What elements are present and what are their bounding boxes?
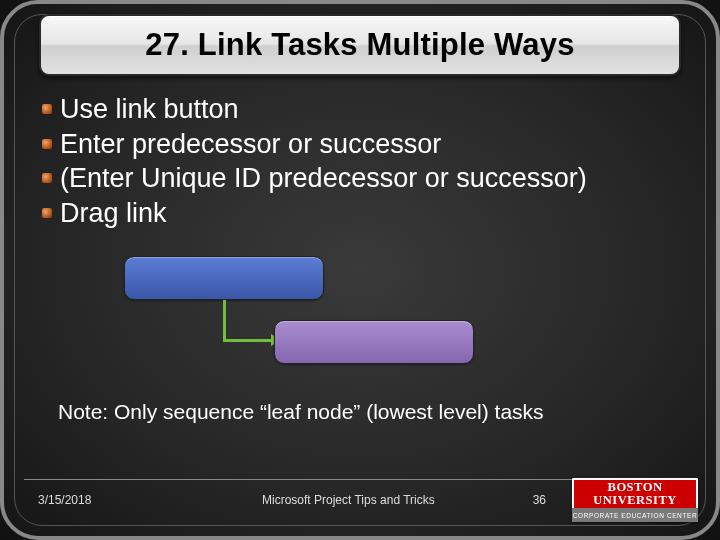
bullet-text: Enter predecessor or successor (60, 127, 441, 162)
dependency-link (223, 300, 274, 342)
link-diagram (124, 252, 544, 372)
list-item: Enter predecessor or successor (42, 127, 678, 162)
logo-tagline: CORPORATE EDUCATION CENTER (572, 508, 698, 522)
list-item: Use link button (42, 92, 678, 127)
bullet-icon (42, 173, 52, 183)
content-area: Use link button Enter predecessor or suc… (42, 92, 678, 230)
footer-topic: Microsoft Project Tips and Tricks (262, 493, 435, 507)
logo-line2: UNIVERSITY (593, 494, 677, 507)
task-bar-successor (274, 320, 474, 364)
bullet-text: (Enter Unique ID predecessor or successo… (60, 161, 587, 196)
note-text: Note: Only sequence “leaf node” (lowest … (58, 400, 544, 424)
boston-university-logo: BOSTON UNIVERSITY CORPORATE EDUCATION CE… (572, 478, 698, 522)
list-item: Drag link (42, 196, 678, 231)
bullet-icon (42, 208, 52, 218)
task-bar-predecessor (124, 256, 324, 300)
slide-title: 27. Link Tasks Multiple Ways (145, 27, 574, 63)
logo-org: BOSTON UNIVERSITY (572, 478, 698, 508)
bullet-icon (42, 139, 52, 149)
footer-date: 3/15/2018 (38, 493, 91, 507)
title-bar: 27. Link Tasks Multiple Ways (39, 14, 681, 76)
slide: 27. Link Tasks Multiple Ways Use link bu… (0, 0, 720, 540)
list-item: (Enter Unique ID predecessor or successo… (42, 161, 678, 196)
bullet-icon (42, 104, 52, 114)
bullet-text: Use link button (60, 92, 239, 127)
bullet-text: Drag link (60, 196, 167, 231)
footer-page-number: 36 (533, 493, 546, 507)
